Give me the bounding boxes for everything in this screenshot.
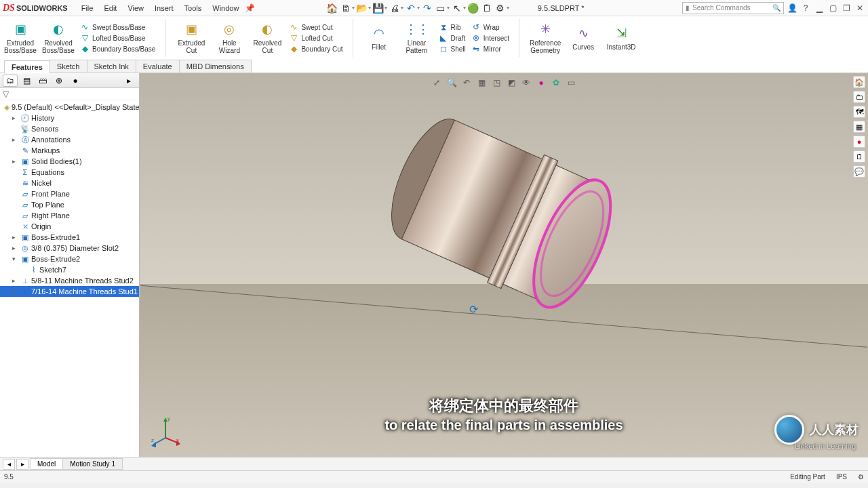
tab-mbd[interactable]: MBD Dimensions xyxy=(179,60,252,73)
curves-button[interactable]: ∿Curves xyxy=(567,26,599,51)
close-icon[interactable]: ✕ xyxy=(854,3,865,14)
tab-nav-next-icon[interactable]: ▸ xyxy=(16,459,28,470)
taskpane-forum-icon[interactable]: 💬 xyxy=(853,165,865,178)
rib-button[interactable]: ⧗Rib xyxy=(439,22,466,32)
save-icon[interactable]: 💾 xyxy=(372,2,384,14)
ref-geom-button[interactable]: ✳Reference Geometry xyxy=(529,22,561,54)
property-manager-tab-icon[interactable]: ▤ xyxy=(19,75,34,87)
tree-caret-icon[interactable]: ▸ xyxy=(12,158,19,165)
dimxpert-tab-icon[interactable]: ⊕ xyxy=(52,75,66,87)
tree-row[interactable]: ▱Front Plane xyxy=(0,188,139,199)
redo-icon[interactable]: ↷ xyxy=(421,2,433,14)
tree-row[interactable]: 📡Sensors xyxy=(0,123,139,134)
print-icon[interactable]: 🖨 xyxy=(389,2,401,14)
pin-icon[interactable]: 📌 xyxy=(244,3,255,14)
taskpane-home-icon[interactable]: 🏠 xyxy=(853,76,865,88)
new-doc-icon[interactable]: 🗎 xyxy=(340,2,352,14)
open-icon[interactable]: 📂 xyxy=(356,2,368,14)
instant3d-button[interactable]: ⇲Instant3D xyxy=(605,26,637,51)
tree-row[interactable]: ▸▣Solid Bodies(1) xyxy=(0,156,139,167)
wrap-button[interactable]: ↺Wrap xyxy=(471,22,509,32)
tab-sketch-ink[interactable]: Sketch Ink xyxy=(87,60,136,73)
hole-wizard-button[interactable]: ◎Hole Wizard xyxy=(213,22,245,54)
tree-row[interactable]: ▱Right Plane xyxy=(0,210,139,221)
tree-caret-icon[interactable]: ▾ xyxy=(12,256,19,262)
linear-pattern-button[interactable]: ⋮⋮Linear Pattern xyxy=(401,22,433,54)
rebuild-icon[interactable]: 🟢 xyxy=(467,2,479,14)
extruded-cut-button[interactable]: ▣Extruded Cut xyxy=(175,22,208,54)
taskpane-design-lib-icon[interactable]: 🗀 xyxy=(853,91,865,103)
lofted-boss-button[interactable]: ▽Lofted Boss/Base xyxy=(80,33,155,43)
mirror-button[interactable]: ⇋Mirror xyxy=(471,44,509,54)
tab-sketch[interactable]: Sketch xyxy=(50,60,87,73)
tree-row[interactable]: ▸🕘History xyxy=(0,113,139,123)
shell-button[interactable]: ◻Shell xyxy=(439,44,466,54)
status-custom-icon[interactable]: ⚙ xyxy=(858,473,864,481)
feature-manager-tab-icon[interactable]: 🗂 xyxy=(3,75,18,87)
swept-boss-button[interactable]: ∿Swept Boss/Base xyxy=(80,22,155,32)
taskpane-view-palette-icon[interactable]: ▦ xyxy=(853,121,865,133)
boundary-boss-button[interactable]: ◆Boundary Boss/Base xyxy=(80,44,155,54)
home-icon[interactable]: 🏠 xyxy=(326,2,338,14)
tab-nav-prev-icon[interactable]: ◂ xyxy=(3,459,15,470)
tab-motion-study[interactable]: Motion Study 1 xyxy=(62,458,123,470)
tree-row[interactable]: ▸⟂7/16-14 Machine Threads Stud1 xyxy=(0,286,139,297)
tree-root[interactable]: ◈ 9.5 (Default) <<Default>_Display State… xyxy=(0,102,139,113)
tree-row[interactable]: ⌇Sketch7 xyxy=(0,264,139,275)
taskpane-props-icon[interactable]: 🗒 xyxy=(853,150,865,163)
tree-caret-icon[interactable]: ▸ xyxy=(12,245,19,251)
tree-row[interactable]: ▾▣Boss-Extrude2 xyxy=(0,253,139,264)
help-icon[interactable]: ? xyxy=(800,3,811,14)
filter-bar[interactable]: ▽ xyxy=(0,88,139,100)
taskpane-appearance-icon[interactable]: ● xyxy=(853,136,865,148)
tree-row[interactable]: ▸ⒶAnnotations xyxy=(0,134,139,145)
orientation-triad[interactable]: y x z xyxy=(149,415,182,447)
menu-file[interactable]: File xyxy=(76,4,99,12)
tree-caret-icon[interactable]: ▸ xyxy=(12,277,19,284)
tree-caret-icon[interactable]: ▸ xyxy=(12,288,19,295)
tree-row[interactable]: ⤫Origin xyxy=(0,221,139,232)
manager-split-icon[interactable]: ▸ xyxy=(121,75,136,87)
search-commands[interactable]: ▮ Search Commands 🔍 xyxy=(682,2,784,14)
restore2-icon[interactable]: ❐ xyxy=(841,3,852,14)
tree-row[interactable]: ▸▣Boss-Extrude1 xyxy=(0,232,139,243)
tab-model[interactable]: Model xyxy=(30,458,63,470)
tree-row[interactable]: ▱Top Plane xyxy=(0,199,139,210)
fillet-button[interactable]: ◠Fillet xyxy=(363,26,395,51)
intersect-button[interactable]: ⊗Intersect xyxy=(471,33,509,43)
menu-tools[interactable]: Tools xyxy=(179,4,208,12)
select-icon[interactable]: ▭ xyxy=(435,2,447,14)
tree-caret-icon[interactable]: ▸ xyxy=(12,234,19,241)
tree-row[interactable]: ΣEquations xyxy=(0,167,139,178)
lofted-cut-button[interactable]: ▽Lofted Cut xyxy=(289,33,342,43)
revolved-boss-button[interactable]: ◐ Revolved Boss/Base xyxy=(42,22,75,54)
cursor-icon[interactable]: ↖ xyxy=(451,2,463,14)
props-icon[interactable]: 🗒 xyxy=(481,2,493,14)
config-manager-tab-icon[interactable]: 🗃 xyxy=(35,75,50,87)
options-icon[interactable]: ⚙ xyxy=(494,2,507,14)
revolved-cut-button[interactable]: ◐Revolved Cut xyxy=(251,22,283,54)
extruded-boss-button[interactable]: ▣ Extruded Boss/Base xyxy=(4,22,37,54)
tree-caret-icon[interactable]: ▸ xyxy=(12,136,19,143)
graphics-viewport[interactable]: ⤢ 🔍 ↶ ▦ ◳ ◩ 👁 ● ✿ ▭ xyxy=(140,73,868,457)
restore-icon[interactable]: ▢ xyxy=(827,3,838,14)
tab-evaluate[interactable]: Evaluate xyxy=(136,60,180,73)
feature-tree[interactable]: ◈ 9.5 (Default) <<Default>_Display State… xyxy=(0,100,139,457)
tab-features[interactable]: Features xyxy=(4,60,50,73)
tree-row[interactable]: ✎Markups xyxy=(0,145,139,156)
display-manager-tab-icon[interactable]: ● xyxy=(68,75,83,87)
tree-row[interactable]: ▸◎3/8 (0.375) Diameter Slot2 xyxy=(0,243,139,253)
tree-row[interactable]: ≋Nickel xyxy=(0,178,139,188)
boundary-cut-button[interactable]: ◆Boundary Cut xyxy=(289,44,342,54)
menu-view[interactable]: View xyxy=(122,4,149,12)
minimize-icon[interactable]: ▁ xyxy=(814,3,825,14)
draft-button[interactable]: ◣Draft xyxy=(439,33,466,43)
menu-edit[interactable]: Edit xyxy=(98,4,122,12)
tree-caret-icon[interactable]: ▸ xyxy=(12,115,19,121)
swept-cut-button[interactable]: ∿Swept Cut xyxy=(289,22,342,32)
login-icon[interactable]: 👤 xyxy=(787,3,797,14)
tree-row[interactable]: ▸⟂5/8-11 Machine Threads Stud2 xyxy=(0,275,139,286)
menu-insert[interactable]: Insert xyxy=(149,4,179,12)
undo-icon[interactable]: ↶ xyxy=(405,2,417,14)
taskpane-explorer-icon[interactable]: 🗺 xyxy=(853,106,865,118)
